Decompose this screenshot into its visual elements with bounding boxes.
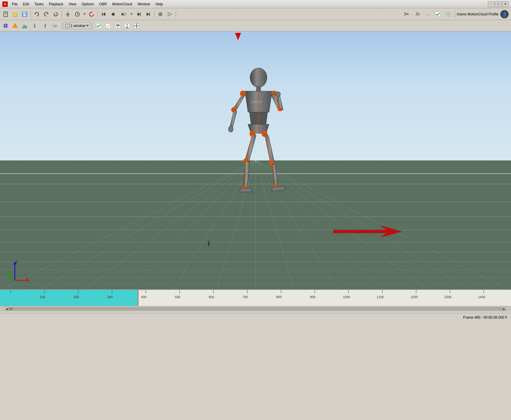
window-layout-label: 1 window (71, 24, 85, 28)
svg-point-104 (208, 236, 213, 254)
clock-settings-button[interactable] (73, 10, 82, 18)
label-button[interactable]: ABC (51, 22, 60, 30)
menu-help[interactable]: Help (153, 1, 165, 7)
svg-point-110 (229, 126, 233, 132)
svg-point-69 (117, 26, 119, 28)
grid-view-button[interactable] (443, 10, 453, 18)
svg-text:700: 700 (242, 295, 248, 299)
secondary-toolbar: ABC 1 window (0, 20, 511, 31)
svg-marker-24 (122, 13, 124, 16)
undo-button[interactable] (32, 10, 41, 18)
redo-button[interactable] (42, 10, 51, 18)
svg-line-57 (45, 25, 46, 26)
profile-avatar[interactable]: 👤 (500, 10, 509, 18)
svg-marker-6 (35, 13, 36, 14)
app-icon: X (2, 1, 8, 7)
menu-window[interactable]: Window (135, 1, 153, 7)
sep7 (61, 22, 62, 29)
sep8 (92, 22, 93, 29)
run-analysis-button[interactable] (401, 9, 412, 19)
refresh-button[interactable] (51, 10, 60, 18)
direction-arrow (333, 224, 401, 239)
timeline-scrollbar: ◀ ▶ (0, 306, 511, 312)
clock-dropdown-button[interactable] (82, 10, 87, 18)
walk-figure-button[interactable] (40, 22, 50, 30)
svg-text:600: 600 (209, 295, 214, 299)
minimize-button[interactable]: − (488, 1, 494, 7)
svg-point-68 (118, 24, 119, 26)
terrain-button[interactable] (20, 22, 29, 30)
timeline-ruler[interactable]: // ticks drawn via JS below (0, 290, 511, 306)
svg-rect-40 (445, 14, 448, 16)
save-button[interactable] (20, 10, 29, 18)
svg-text:900: 900 (310, 295, 315, 299)
menu-file[interactable]: File (9, 1, 20, 7)
view-person-button[interactable] (123, 22, 132, 30)
view-arrows-button[interactable] (132, 22, 141, 30)
svg-marker-18 (83, 13, 85, 15)
main-toolbar: Xsens MotionCloud Profile 👤 (0, 8, 511, 20)
restore-button[interactable]: □ (495, 1, 502, 7)
menu-view[interactable]: View (66, 1, 79, 7)
menu-options[interactable]: Options (79, 1, 96, 7)
svg-marker-32 (168, 12, 172, 16)
scroll-left-button[interactable]: ◀ (5, 307, 9, 311)
svg-line-14 (68, 15, 68, 17)
svg-text:1400: 1400 (478, 295, 485, 299)
body-model-button[interactable] (63, 10, 72, 18)
timeline-area: // ticks drawn via JS below (0, 289, 511, 313)
track-button[interactable] (413, 9, 423, 19)
menu-tasks[interactable]: Tasks (32, 1, 46, 7)
svg-text:100: 100 (40, 295, 45, 299)
view-check-button[interactable] (94, 22, 103, 30)
go-start-button[interactable] (99, 10, 108, 18)
step-back-button[interactable] (109, 10, 118, 18)
record-alt-button[interactable] (165, 10, 174, 18)
check-mark-button[interactable] (433, 10, 442, 18)
axes-button[interactable] (11, 22, 20, 30)
menu-playback[interactable]: Playback (47, 1, 66, 7)
menu-edit[interactable]: Edit (20, 1, 31, 7)
scroll-right-button[interactable]: ▶ (502, 307, 506, 311)
svg-text:1300: 1300 (444, 295, 451, 299)
menu-motioncloud[interactable]: MotionCloud (110, 1, 135, 7)
svg-marker-34 (407, 13, 408, 15)
record-button[interactable] (156, 10, 165, 18)
svg-text:800: 800 (276, 295, 282, 299)
sep5 (176, 11, 176, 18)
svg-line-126 (234, 94, 243, 110)
scroll-thumb[interactable] (9, 308, 13, 310)
step-forward-button[interactable] (134, 10, 143, 18)
close-button[interactable]: ✕ (502, 1, 509, 7)
svg-text:Z: Z (16, 260, 18, 264)
new-button[interactable] (1, 10, 10, 18)
scroll-track[interactable] (9, 307, 502, 310)
grid-button[interactable] (1, 22, 10, 30)
viewport[interactable]: xsens (0, 31, 511, 289)
window-layout-dropdown[interactable]: 1 window (63, 22, 91, 29)
menu-bar: File Edit Tasks Playback View Options OB… (9, 1, 488, 7)
svg-rect-39 (448, 12, 451, 14)
view-color-button[interactable] (113, 22, 122, 30)
svg-text:Y: Y (6, 271, 8, 274)
menu-obr[interactable]: OBR (97, 1, 109, 7)
run-figure-button[interactable] (30, 22, 40, 30)
pencil-button[interactable] (424, 10, 433, 18)
play-dropdown-button[interactable] (130, 10, 134, 18)
svg-marker-25 (124, 13, 127, 16)
svg-text:X: X (26, 277, 28, 280)
reset-button[interactable] (87, 10, 96, 18)
svg-text:300: 300 (107, 295, 113, 299)
svg-line-12 (69, 14, 70, 15)
svg-line-11 (66, 14, 67, 15)
svg-point-71 (127, 24, 128, 25)
open-button[interactable] (11, 10, 20, 18)
go-end-button[interactable] (144, 10, 153, 18)
title-bar: X File Edit Tasks Playback View Options … (0, 0, 511, 8)
svg-marker-63 (86, 25, 89, 27)
play-button[interactable] (118, 10, 129, 18)
view-edit-button[interactable] (104, 22, 113, 30)
svg-point-35 (416, 12, 418, 14)
svg-marker-127 (333, 226, 401, 237)
svg-text:400: 400 (141, 295, 146, 299)
